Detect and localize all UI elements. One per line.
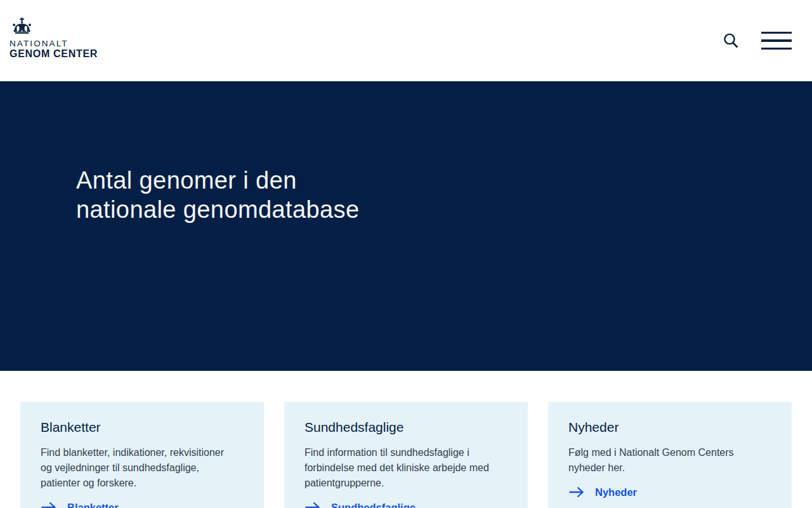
arrow-right-icon [568, 486, 584, 498]
arrow-right-icon [304, 501, 320, 508]
card-description-line: Find information til sundhedsfaglige i [304, 445, 508, 460]
card-title: Sundhedsfaglige [304, 418, 508, 436]
header-actions [720, 0, 792, 81]
card-link-label: Nyheder [595, 485, 637, 500]
menu-bar [761, 32, 792, 34]
card-title: Blanketter [41, 418, 244, 436]
card-description-line: patienter og forskere. [41, 476, 244, 491]
card-description: Følg med i Nationalt Genom Centers nyhed… [568, 445, 771, 476]
card-description-line: Følg med i Nationalt Genom Centers [568, 445, 771, 460]
card-sundhedsfaglige: Sundhedsfaglige Find information til sun… [284, 402, 528, 508]
search-icon[interactable] [720, 29, 742, 53]
card-description: Find information til sundhedsfaglige i f… [304, 445, 508, 491]
card-description-line: patientgrupperne. [304, 476, 508, 491]
menu-icon[interactable] [761, 32, 792, 50]
card-link-nyheder[interactable]: Nyheder [568, 485, 771, 500]
card-link-label: Sundhedsfaglige [331, 500, 416, 508]
card-description-line: Find blanketter, indikationer, rekvisiti… [41, 445, 244, 460]
menu-bar [761, 39, 792, 41]
teaser-cards: Blanketter Find blanketter, indikationer… [20, 402, 792, 508]
logo-text-line2: GENOM CENTER [10, 48, 98, 59]
menu-bar [761, 48, 792, 50]
logo-text-line1: NATIONALT [10, 39, 98, 48]
card-link-label: Blanketter [67, 500, 119, 508]
crown-icon [11, 17, 98, 37]
arrow-right-icon [41, 501, 56, 508]
site-header: NATIONALT GENOM CENTER [0, 0, 812, 81]
card-link-sundhedsfaglige[interactable]: Sundhedsfaglige [304, 500, 508, 508]
page-title-line2: nationale genomdatabase [76, 196, 812, 225]
page-title: Antal genomer i den nationale genomdatab… [76, 166, 812, 224]
card-description-line: og vejledninger til sundhedsfaglige, [41, 460, 244, 476]
page-title-line1: Antal genomer i den [76, 166, 812, 196]
card-description: Find blanketter, indikationer, rekvisiti… [41, 445, 244, 491]
card-description-line: nyheder her. [568, 460, 771, 476]
card-nyheder: Nyheder Følg med i Nationalt Genom Cente… [548, 402, 792, 508]
logo[interactable]: NATIONALT GENOM CENTER [10, 17, 98, 59]
card-title: Nyheder [568, 418, 771, 436]
hero-banner: Antal genomer i den nationale genomdatab… [0, 81, 812, 371]
card-blanketter: Blanketter Find blanketter, indikationer… [20, 402, 264, 508]
card-description-line: forbindelse med det kliniske arbejde med [304, 460, 508, 476]
card-link-blanketter[interactable]: Blanketter [41, 500, 244, 508]
